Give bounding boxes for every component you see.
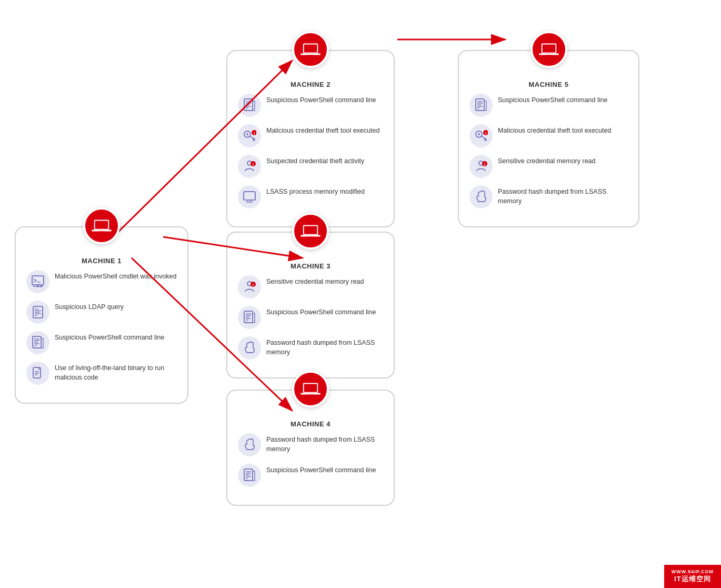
machine5-box: MACHINE 5 Suspicious PowerShell command …: [458, 50, 639, 227]
hand-icon-5: [469, 185, 493, 208]
ldap-icon: [26, 301, 49, 324]
machine3-alert2-text: Suspicious PowerShell command line: [266, 306, 376, 317]
svg-rect-8: [98, 231, 105, 232]
svg-rect-51: [245, 193, 254, 199]
machine1-alert-3: Suspicious PowerShell command line: [26, 331, 177, 354]
machine3-box: MACHINE 3 ! Sensitive credential memory …: [226, 232, 395, 378]
machine5-alert-4: Password hash dumped from LSASS memory: [469, 185, 628, 208]
machine3-alert-3: Password hash dumped from LSASS memory: [238, 336, 383, 360]
machine2-box: MACHINE 2 Suspicious PowerShell command …: [226, 50, 395, 227]
machine2-icon: [292, 31, 329, 68]
person-icon-1: !: [238, 155, 261, 178]
machine3-icon: [292, 213, 329, 250]
person-icon-5: !: [469, 155, 493, 178]
svg-rect-77: [301, 235, 321, 237]
machine2-alert1-text: Suspicious PowerShell command line: [266, 94, 376, 105]
svg-rect-31: [304, 45, 317, 53]
machine5-alert4-text: Password hash dumped from LSASS memory: [498, 185, 628, 206]
diagram-container: MACHINE 1 Malicious PowerShell cmdlet wa…: [0, 0, 721, 588]
machine1-icon: [83, 207, 120, 244]
machine1-box: MACHINE 1 Malicious PowerShell cmdlet wa…: [15, 226, 188, 404]
svg-rect-57: [539, 54, 559, 55]
svg-text:!: !: [254, 131, 255, 136]
machine2-alert-3: ! Suspected credential theft activity: [238, 155, 383, 178]
machine4-box: MACHINE 4 Password hash dumped from LSAS…: [226, 390, 395, 506]
machine5-label: MACHINE 5: [469, 81, 628, 88]
svg-rect-58: [545, 55, 552, 56]
machine4-alert2-text: Suspicious PowerShell command line: [266, 464, 376, 475]
machine5-alert-2: ! Malicious credential theft tool execut…: [469, 124, 628, 147]
svg-rect-90: [301, 393, 321, 395]
svg-rect-32: [301, 54, 321, 55]
machine5-alert3-text: Sensitive credential memory read: [498, 155, 596, 166]
person-icon-3: !: [238, 275, 261, 298]
machine1-alert-4: Use of living-off-the-land binary to run…: [26, 362, 177, 385]
svg-rect-9: [32, 276, 44, 285]
machine3-alert1-text: Sensitive credential memory read: [266, 275, 364, 287]
document-icon-5: [469, 94, 493, 117]
machine2-alert4-text: LSASS process memory modified: [266, 185, 365, 197]
machine1-alert3-text: Suspicious PowerShell command line: [55, 331, 164, 343]
machine5-icon: [530, 31, 567, 68]
machine4-alert-1: Password hash dumped from LSASS memory: [238, 433, 383, 456]
machine4-label: MACHINE 4: [238, 420, 383, 428]
svg-rect-6: [95, 221, 108, 229]
svg-point-41: [246, 133, 248, 135]
machine1-alert4-text: Use of living-off-the-land binary to run…: [55, 362, 177, 382]
document-icon-1: [26, 331, 49, 354]
svg-rect-91: [307, 394, 314, 395]
machine5-alert-1: Suspicious PowerShell command line: [469, 94, 628, 117]
machine3-alert3-text: Password hash dumped from LSASS memory: [266, 336, 383, 357]
machine5-alert1-text: Suspicious PowerShell command line: [498, 94, 607, 105]
machine1-alert-2: Suspicious LDAP query: [26, 301, 177, 324]
machine2-alert-2: ! Malicious credential theft tool execut…: [238, 124, 383, 147]
machine2-label: MACHINE 2: [238, 81, 383, 88]
svg-rect-33: [307, 55, 314, 56]
svg-rect-56: [542, 45, 555, 53]
machine2-alert-1: Suspicious PowerShell command line: [238, 94, 383, 117]
svg-point-66: [478, 133, 480, 135]
svg-rect-7: [92, 230, 112, 232]
watermark-url: WWW.94IP.COM: [672, 569, 714, 574]
powershell-icon: [26, 270, 49, 293]
machine2-alert-4: LSASS process memory modified: [238, 185, 383, 208]
watermark-brand: IT运维空间: [672, 574, 714, 584]
svg-text:!: !: [253, 283, 254, 287]
file-icon: [26, 362, 49, 385]
machine4-alert1-text: Password hash dumped from LSASS memory: [266, 433, 383, 454]
svg-text:!: !: [485, 131, 487, 136]
machine3-label: MACHINE 3: [238, 262, 383, 270]
svg-rect-78: [307, 236, 314, 237]
svg-point-12: [37, 285, 39, 287]
hand-icon-4: [238, 433, 261, 456]
machine3-alert-1: ! Sensitive credential memory read: [238, 275, 383, 298]
watermark: WWW.94IP.COM IT运维空间: [664, 565, 721, 588]
document-icon-2: [238, 94, 261, 117]
svg-point-11: [40, 285, 42, 287]
key-icon-5: !: [469, 124, 493, 147]
machine2-alert2-text: Malicious credential theft tool executed: [266, 124, 379, 136]
monitor-icon: [238, 185, 261, 208]
machine4-alert-2: Suspicious PowerShell command line: [238, 464, 383, 487]
machine3-alert-2: Suspicious PowerShell command line: [238, 306, 383, 329]
machine2-alert3-text: Suspected credential theft activity: [266, 155, 364, 166]
machine4-icon: [292, 371, 329, 407]
key-icon-1: !: [238, 124, 261, 147]
machine1-alert2-text: Suspicious LDAP query: [55, 301, 124, 312]
svg-text:!: !: [253, 162, 254, 167]
machine1-alert1-text: Malicious PowerShell cmdlet was invoked: [55, 270, 176, 282]
machine5-alert-3: ! Sensitive credential memory read: [469, 155, 628, 178]
machine1-alert-1: Malicious PowerShell cmdlet was invoked: [26, 270, 177, 293]
svg-rect-89: [304, 384, 317, 392]
svg-text:!: !: [484, 162, 486, 167]
hand-icon-3: [238, 336, 261, 360]
machine1-label: MACHINE 1: [26, 257, 177, 265]
svg-rect-76: [304, 226, 317, 234]
document-icon-4: [238, 464, 261, 487]
machine5-alert2-text: Malicious credential theft tool executed: [498, 124, 611, 136]
document-icon-3: [238, 306, 261, 329]
